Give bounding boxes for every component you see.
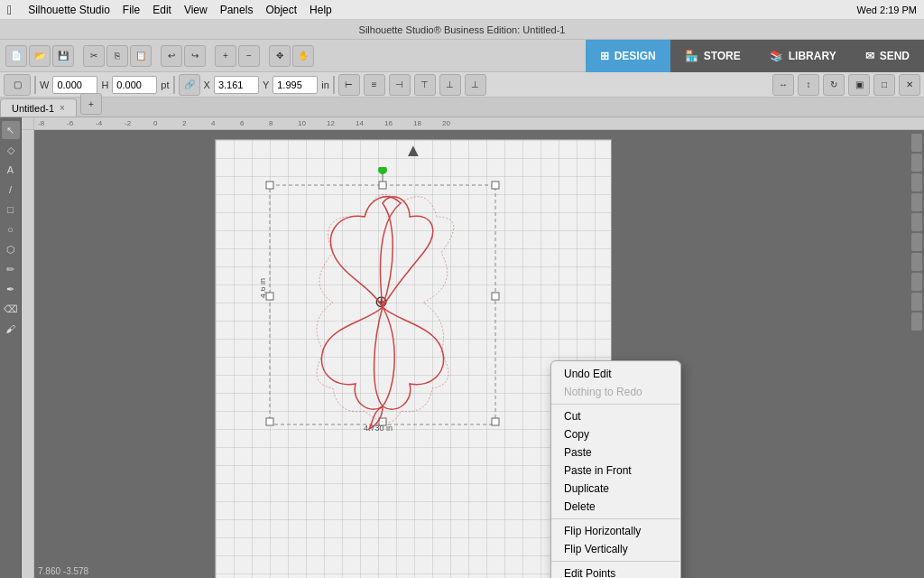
- menu-panels[interactable]: Panels: [220, 4, 254, 16]
- title-bar: Silhouette Studio® Business Edition: Unt…: [0, 20, 924, 40]
- node-tool[interactable]: ◇: [2, 141, 20, 159]
- rotate-btn[interactable]: ↻: [823, 74, 845, 96]
- zoom-in-button[interactable]: +: [215, 45, 236, 67]
- pan-button[interactable]: ✋: [292, 45, 314, 67]
- in-label: in: [321, 79, 329, 90]
- store-tab-label: STORE: [704, 50, 741, 62]
- menu-edit[interactable]: Edit: [152, 4, 171, 16]
- menu-object[interactable]: Object: [265, 4, 297, 16]
- menu-duplicate[interactable]: Duplicate: [551, 480, 680, 498]
- polygon-tool[interactable]: ⬡: [2, 240, 20, 258]
- paste-button[interactable]: 📋: [130, 45, 152, 67]
- right-tool-3[interactable]: [911, 173, 922, 191]
- right-tool-1[interactable]: [911, 134, 922, 152]
- open-button[interactable]: 📂: [29, 45, 51, 67]
- menu-file[interactable]: File: [123, 4, 140, 16]
- coords-text: 7.860 -3.578: [38, 566, 88, 576]
- x-label: X: [204, 79, 210, 90]
- top-nav: 📄 📂 💾 ✂ ⎘ 📋 ↩ ↪ + − ✥ ✋ ⊞ DESIGN 🏪 STORE…: [0, 40, 924, 72]
- menu-delete[interactable]: Delete: [551, 498, 680, 516]
- menu-copy[interactable]: Copy: [551, 425, 680, 443]
- right-tool-4[interactable]: [911, 193, 922, 211]
- align-center-h-btn[interactable]: ≡: [364, 74, 385, 96]
- align-bottom-btn[interactable]: ⊥: [465, 74, 486, 96]
- paint-tool[interactable]: 🖌: [2, 320, 20, 338]
- send-tab[interactable]: ✉ SEND: [851, 40, 924, 72]
- eraser-tool[interactable]: ⌫: [2, 300, 20, 318]
- w-label: W: [40, 79, 49, 90]
- menu-bar-right: Wed 2:19 PM: [857, 5, 917, 15]
- design-tab[interactable]: ⊞ DESIGN: [586, 40, 670, 72]
- height-input[interactable]: [112, 76, 157, 94]
- new-tab-btn[interactable]: +: [80, 93, 102, 115]
- menu-undo-edit[interactable]: Undo Edit: [551, 365, 680, 383]
- pen-tool[interactable]: ✒: [2, 280, 20, 298]
- ungroup-btn[interactable]: □: [873, 74, 895, 96]
- align-right-btn[interactable]: ⊣: [389, 74, 411, 96]
- save-button[interactable]: 💾: [52, 45, 74, 67]
- align-center-v-btn[interactable]: ⊥: [439, 74, 461, 96]
- y-input[interactable]: [273, 76, 318, 94]
- svg-rect-3: [266, 182, 273, 189]
- ellipse-tool[interactable]: ○: [2, 220, 20, 238]
- tab-close-btn[interactable]: ×: [60, 103, 65, 113]
- line-tool[interactable]: /: [2, 181, 20, 199]
- time-display: Wed 2:19 PM: [857, 5, 917, 15]
- text-tool[interactable]: A: [2, 161, 20, 179]
- undo-button[interactable]: ↩: [161, 45, 182, 67]
- new-button[interactable]: 📄: [5, 45, 27, 67]
- menu-bar:  Silhouette Studio File Edit View Panel…: [0, 0, 924, 20]
- library-tab[interactable]: 📚 LIBRARY: [755, 40, 851, 72]
- menu-paste[interactable]: Paste: [551, 443, 680, 461]
- coords-display: 7.860 -3.578: [38, 566, 88, 576]
- group-btn[interactable]: ▣: [848, 74, 870, 96]
- right-tool-5[interactable]: [911, 213, 922, 231]
- apple-menu[interactable]: : [7, 3, 12, 17]
- canvas-up-arrow: ▲: [404, 140, 422, 161]
- select-tool[interactable]: ↖: [2, 121, 20, 139]
- ruler-mark: 16: [384, 119, 413, 127]
- menu-sep-3: [551, 561, 680, 562]
- width-input[interactable]: [52, 76, 97, 94]
- menu-cut[interactable]: Cut: [551, 407, 680, 425]
- align-top-btn[interactable]: ⊤: [414, 74, 436, 96]
- menu-help[interactable]: Help: [310, 4, 332, 16]
- flip-h-btn[interactable]: ↔: [772, 74, 794, 96]
- library-tab-label: LIBRARY: [789, 50, 836, 62]
- right-tool-2[interactable]: [911, 154, 922, 172]
- move-button[interactable]: ✥: [269, 45, 291, 67]
- redo-button[interactable]: ↪: [184, 45, 206, 67]
- right-tool-9[interactable]: [911, 293, 922, 311]
- menu-view[interactable]: View: [184, 4, 208, 16]
- send-icon: ✉: [865, 50, 874, 62]
- right-tool-6[interactable]: [911, 233, 922, 251]
- menu-flip-h[interactable]: Flip Horizontally: [551, 522, 680, 540]
- right-tool-10[interactable]: [911, 312, 922, 331]
- ruler-mark: -8: [38, 119, 67, 127]
- ruler-mark: 0: [153, 119, 182, 127]
- tab-untitled1[interactable]: Untitled-1 ×: [0, 98, 77, 117]
- zoom-out-button[interactable]: −: [238, 45, 260, 67]
- shape-tool[interactable]: □: [2, 200, 20, 219]
- select-tool-btn[interactable]: ▢: [4, 74, 31, 96]
- menu-nothing-to-redo: Nothing to Redo: [551, 383, 680, 401]
- menu-edit-points[interactable]: Edit Points: [551, 564, 680, 578]
- menu-flip-v[interactable]: Flip Vertically: [551, 540, 680, 558]
- svg-rect-6: [266, 293, 273, 300]
- menu-paste-in-front[interactable]: Paste in Front: [551, 461, 680, 480]
- store-tab[interactable]: 🏪 STORE: [670, 40, 755, 72]
- copy-nav-button[interactable]: ⎘: [106, 45, 128, 67]
- app-name: Silhouette Studio: [28, 4, 110, 16]
- right-tool-7[interactable]: [911, 253, 922, 271]
- close-btn[interactable]: ✕: [899, 74, 920, 96]
- cut-button[interactable]: ✂: [83, 45, 105, 67]
- align-left-btn[interactable]: ⊢: [338, 74, 360, 96]
- ruler-container: -8 -6 -4 -2 0 2 4 6 8 10 12 14 16 18 20: [22, 117, 924, 578]
- nav-buttons-left: 📄 📂 💾 ✂ ⎘ 📋 ↩ ↪ + − ✥ ✋: [0, 45, 586, 67]
- flip-v-btn[interactable]: ↕: [798, 74, 819, 96]
- canvas-wrapper[interactable]: ▲: [34, 130, 910, 578]
- pencil-tool[interactable]: ✏: [2, 260, 20, 278]
- lock-ratio-btn[interactable]: 🔗: [179, 74, 200, 96]
- right-tool-8[interactable]: [911, 273, 922, 291]
- x-input[interactable]: [214, 76, 259, 94]
